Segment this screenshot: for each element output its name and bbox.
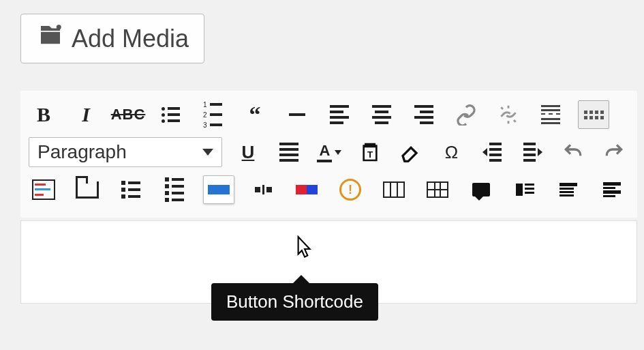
- columns-shortcode-button[interactable]: [379, 176, 409, 203]
- tabs-icon: [76, 181, 99, 199]
- testimonial-icon: [603, 182, 621, 197]
- align-right-button[interactable]: [409, 101, 439, 128]
- editor-toolbar: B I ABC 1 2 3 “: [20, 91, 637, 218]
- bullet-list-icon: [162, 107, 180, 123]
- iconlist-shortcode-button[interactable]: [159, 176, 189, 203]
- numbered-list-button[interactable]: 1 2 3: [198, 101, 228, 128]
- justify-button[interactable]: [274, 138, 304, 166]
- unlink-button[interactable]: [493, 101, 523, 128]
- iconlist-icon: [165, 177, 184, 202]
- hr-icon: [289, 113, 305, 116]
- button-shortcode-button[interactable]: [203, 175, 234, 204]
- undo-button[interactable]: [559, 138, 589, 166]
- unlink-icon: [497, 104, 519, 126]
- link-button[interactable]: [451, 101, 481, 128]
- align-center-button[interactable]: [367, 101, 397, 128]
- strikethrough-button[interactable]: ABC: [113, 101, 143, 128]
- add-media-label: Add Media: [72, 25, 189, 53]
- paste-text-button[interactable]: T: [355, 138, 385, 166]
- svg-text:T: T: [367, 149, 373, 160]
- omega-icon: Ω: [445, 142, 458, 163]
- add-media-button[interactable]: Add Media: [20, 14, 204, 63]
- columns-icon: [383, 181, 405, 198]
- align-left-button[interactable]: [324, 101, 354, 128]
- special-char-button[interactable]: Ω: [437, 138, 467, 166]
- toolbar-row-2: Paragraph U A T Ω: [29, 137, 629, 167]
- italic-button[interactable]: I: [71, 101, 101, 128]
- quote-icon: “: [249, 102, 261, 128]
- clipboard-icon: T: [359, 141, 381, 163]
- checklist-shortcode-button[interactable]: [116, 176, 146, 203]
- align-left-icon: [330, 105, 349, 124]
- divider-icon: [255, 185, 272, 194]
- divider-shortcode-button[interactable]: [248, 176, 278, 203]
- format-selected-label: Paragraph: [37, 141, 127, 163]
- progress-icon: [296, 185, 318, 194]
- clear-formatting-button[interactable]: [396, 138, 426, 166]
- chevron-down-icon: [202, 149, 213, 156]
- text-color-button[interactable]: A: [315, 138, 345, 166]
- numbered-list-icon: 1 2 3: [203, 101, 222, 129]
- kitchen-sink-icon: [584, 111, 604, 119]
- toolbar-row-1: B I ABC 1 2 3 “: [29, 100, 629, 129]
- align-center-icon: [372, 105, 391, 124]
- svg-point-0: [57, 25, 61, 29]
- testimonial-shortcode-button[interactable]: [597, 176, 627, 203]
- bold-button[interactable]: B: [29, 101, 59, 128]
- checklist-icon: [121, 181, 140, 199]
- text-color-icon: A: [317, 142, 332, 162]
- table-shortcode-button[interactable]: [423, 176, 453, 203]
- align-right-icon: [414, 105, 433, 124]
- redo-icon: [603, 141, 625, 163]
- speech-bubble-icon: [472, 183, 490, 196]
- undo-icon: [562, 141, 584, 163]
- eraser-icon: [400, 141, 422, 163]
- outdent-icon: [482, 143, 502, 162]
- accordion-shortcode-button[interactable]: [29, 176, 59, 203]
- tooltip: Button Shortcode: [211, 283, 378, 321]
- justify-icon: [279, 143, 298, 162]
- dropcap-shortcode-button[interactable]: [510, 176, 540, 203]
- alert-icon: !: [339, 179, 361, 201]
- indent-icon: [523, 143, 542, 162]
- strike-icon: ABC: [111, 106, 146, 123]
- blockquote-button[interactable]: “: [240, 101, 270, 128]
- link-icon: [455, 104, 477, 126]
- format-dropdown[interactable]: Paragraph: [29, 137, 222, 167]
- bullet-list-button[interactable]: [155, 101, 185, 128]
- chevron-down-icon: [335, 150, 341, 155]
- alert-shortcode-button[interactable]: !: [335, 176, 365, 203]
- media-icon: [36, 21, 65, 56]
- indent-button[interactable]: [518, 138, 548, 166]
- dropcap-icon: [516, 184, 534, 196]
- read-more-button[interactable]: [536, 101, 566, 128]
- pricing-icon: [559, 183, 577, 196]
- read-more-icon: [541, 105, 560, 124]
- progress-shortcode-button[interactable]: [292, 176, 322, 203]
- tooltip-shortcode-button[interactable]: [466, 176, 496, 203]
- italic-icon: I: [82, 103, 90, 126]
- toolbar-row-3: !: [29, 175, 629, 204]
- table-icon: [427, 181, 448, 198]
- tooltip-label: Button Shortcode: [226, 291, 363, 312]
- hr-button[interactable]: [282, 101, 312, 128]
- underline-icon: U: [242, 142, 255, 163]
- underline-button[interactable]: U: [233, 138, 263, 166]
- pricing-shortcode-button[interactable]: [553, 176, 583, 203]
- bold-icon: B: [37, 103, 50, 126]
- accordion-icon: [32, 179, 55, 200]
- button-shortcode-icon: [208, 185, 230, 194]
- redo-button[interactable]: [599, 138, 629, 166]
- outdent-button[interactable]: [477, 138, 507, 166]
- toolbar-toggle-button[interactable]: [578, 100, 609, 129]
- tabs-shortcode-button[interactable]: [72, 176, 102, 203]
